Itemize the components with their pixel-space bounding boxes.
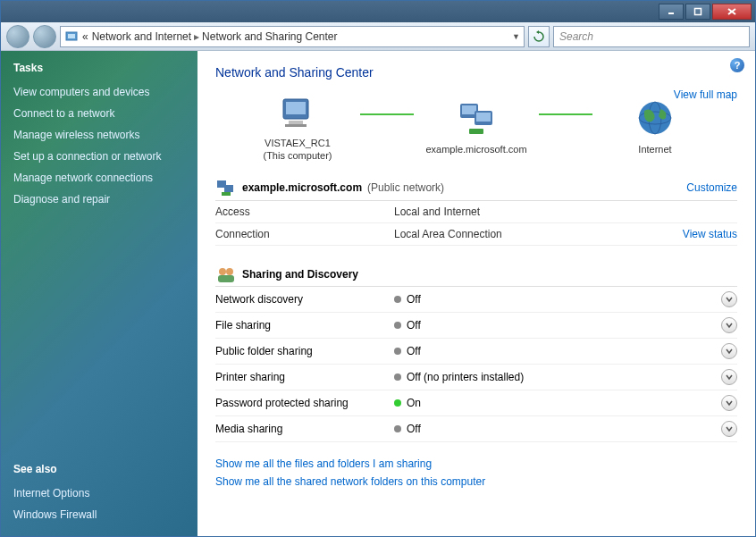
sidebar-task-view-computers[interactable]: View computers and devices <box>13 81 185 103</box>
back-button[interactable] <box>6 25 29 48</box>
sidebar-task-setup-connection[interactable]: Set up a connection or network <box>13 146 185 167</box>
sidebar-seealso-internet-options[interactable]: Internet Options <box>13 482 185 504</box>
sidebar-seealso-windows-firewall[interactable]: Windows Firewall <box>13 504 185 525</box>
status-dot-icon <box>394 296 401 303</box>
expand-button[interactable] <box>721 421 737 437</box>
expand-button[interactable] <box>721 369 737 385</box>
sidebar-task-diagnose[interactable]: Diagnose and repair <box>13 189 185 210</box>
access-value: Local and Internet <box>394 206 737 218</box>
status-dot-icon <box>394 399 401 407</box>
svg-rect-20 <box>222 192 231 196</box>
printer-sharing-value: Off (no printers installed) <box>407 371 721 383</box>
map-node-network: example.microsoft.com <box>414 98 539 155</box>
show-folders-link[interactable]: Show me all the shared network folders o… <box>215 473 737 491</box>
network-map: View full map VISTAEX_RC1(This computer) <box>215 92 737 163</box>
maximize-button[interactable] <box>685 4 710 20</box>
titlebar <box>1 1 755 22</box>
svg-rect-1 <box>695 9 701 15</box>
access-row: Access Local and Internet <box>215 201 737 223</box>
network-name: example.microsoft.com <box>425 144 526 155</box>
sidebar-task-manage-wireless[interactable]: Manage wireless networks <box>13 124 185 146</box>
sidebar-task-manage-connections[interactable]: Manage network connections <box>13 167 185 189</box>
breadcrumb-1[interactable]: Network and Internet <box>92 30 191 43</box>
view-status-link[interactable]: View status <box>683 228 737 240</box>
network-discovery-label: Network discovery <box>215 293 394 306</box>
seealso-header: See also <box>13 463 185 475</box>
svg-rect-8 <box>289 121 303 124</box>
network-discovery-value: Off <box>407 293 721 306</box>
expand-button[interactable] <box>721 291 737 307</box>
svg-rect-23 <box>218 275 234 282</box>
breadcrumb-2[interactable]: Network and Sharing Center <box>202 30 337 43</box>
body: Tasks View computers and devices Connect… <box>1 51 755 536</box>
printer-sharing-row: Printer sharing Off (no printers install… <box>215 365 737 390</box>
status-dot-icon <box>394 425 401 432</box>
network-section: example.microsoft.com (Public network) C… <box>215 179 737 246</box>
network-icon <box>455 98 498 141</box>
network-header: example.microsoft.com (Public network) C… <box>215 179 737 201</box>
map-link-1 <box>360 113 414 115</box>
public-folder-sharing-row: Public folder sharing Off <box>215 339 737 365</box>
control-panel-icon <box>64 29 79 44</box>
connection-value: Local Area Connection <box>394 228 683 240</box>
bottom-links: Show me all the files and folders I am s… <box>215 455 737 491</box>
sidebar: Tasks View computers and devices Connect… <box>1 51 197 536</box>
public-folder-sharing-value: Off <box>407 345 721 357</box>
svg-point-21 <box>219 268 226 275</box>
forward-button[interactable] <box>33 25 56 48</box>
close-button[interactable] <box>712 4 752 20</box>
globe-icon <box>634 98 676 141</box>
svg-rect-19 <box>224 185 233 192</box>
expand-button[interactable] <box>721 343 737 359</box>
address-dropdown-icon[interactable]: ▼ <box>512 32 520 41</box>
expand-button[interactable] <box>721 395 737 411</box>
address-bar-row: « Network and Internet ▸ Network and Sha… <box>1 22 755 51</box>
map-node-computer: VISTAEX_RC1(This computer) <box>235 92 360 163</box>
connection-label: Connection <box>215 228 394 240</box>
svg-rect-9 <box>285 124 307 127</box>
main-content: ? Network and Sharing Center View full m… <box>197 51 755 536</box>
svg-rect-5 <box>68 34 75 38</box>
svg-rect-14 <box>469 129 483 134</box>
file-sharing-value: Off <box>407 319 721 331</box>
password-sharing-row: Password protected sharing On <box>215 390 737 416</box>
map-node-internet: Internet <box>592 98 718 155</box>
breadcrumb-chevrons[interactable]: « <box>82 30 88 43</box>
minimize-button[interactable] <box>659 4 684 20</box>
network-section-name: example.microsoft.com <box>242 181 362 194</box>
status-dot-icon <box>394 348 401 355</box>
file-sharing-row: File sharing Off <box>215 313 737 339</box>
refresh-button[interactable] <box>528 26 550 47</box>
password-sharing-value: On <box>407 397 721 409</box>
svg-line-3 <box>728 9 735 14</box>
network-section-type: (Public network) <box>367 181 444 194</box>
people-icon <box>215 265 237 283</box>
computer-sub: (This computer) <box>263 150 332 161</box>
network-discovery-row: Network discovery Off <box>215 287 737 313</box>
svg-rect-7 <box>286 102 306 114</box>
computer-name: VISTAEX_RC1 <box>265 138 331 148</box>
tasks-header: Tasks <box>13 62 185 74</box>
help-icon[interactable]: ? <box>730 58 744 72</box>
public-folder-sharing-label: Public folder sharing <box>215 345 394 357</box>
svg-rect-13 <box>476 113 491 122</box>
status-dot-icon <box>394 373 401 381</box>
sharing-header: Sharing and Discovery <box>215 265 737 287</box>
sidebar-task-connect[interactable]: Connect to a network <box>13 103 185 124</box>
breadcrumb-sep-icon: ▸ <box>194 30 199 43</box>
search-input[interactable]: Search <box>553 26 750 47</box>
svg-line-2 <box>728 9 735 14</box>
view-full-map-link[interactable]: View full map <box>674 88 737 101</box>
customize-link[interactable]: Customize <box>686 181 737 194</box>
search-placeholder: Search <box>559 30 593 43</box>
expand-button[interactable] <box>721 317 737 333</box>
media-sharing-row: Media sharing Off <box>215 416 737 442</box>
internet-label: Internet <box>638 144 671 155</box>
show-files-link[interactable]: Show me all the files and folders I am s… <box>215 455 737 473</box>
address-bar[interactable]: « Network and Internet ▸ Network and Sha… <box>60 26 525 47</box>
access-label: Access <box>215 206 394 218</box>
password-sharing-label: Password protected sharing <box>215 397 394 409</box>
media-sharing-label: Media sharing <box>215 423 394 435</box>
window: « Network and Internet ▸ Network and Sha… <box>0 0 756 537</box>
map-link-2 <box>539 113 592 115</box>
